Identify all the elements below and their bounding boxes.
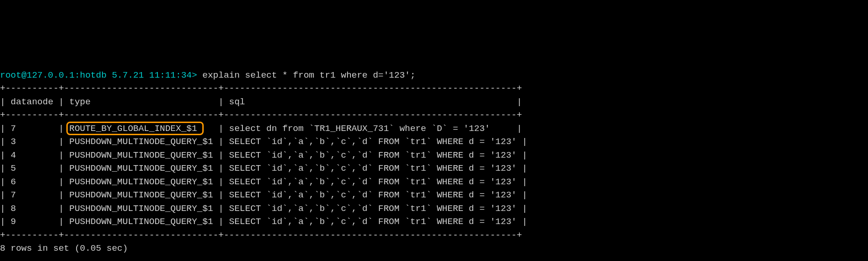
- table-row: | 6 | PUSHDOWN_MULTINODE_QUERY_$1 | SELE…: [0, 177, 527, 187]
- table-separator-mid: +----------+----------------------------…: [0, 110, 522, 120]
- prompt-user-host: root@127.0.0.1:hotdb 5.7.21 11:11:34>: [0, 70, 197, 80]
- table-row: | 7 | ROUTE_BY_GLOBAL_INDEX_$1 | select …: [0, 123, 522, 134]
- table-row: | 5 | PUSHDOWN_MULTINODE_QUERY_$1 | SELE…: [0, 163, 527, 174]
- header-datanode: datanode: [11, 97, 53, 107]
- highlight-box: [66, 122, 204, 135]
- table-row: | 3 | PUSHDOWN_MULTINODE_QUERY_$1 | SELE…: [0, 137, 527, 147]
- terminal-output: root@127.0.0.1:hotdb 5.7.21 11:11:34> ex…: [0, 53, 868, 257]
- table-separator-bot: +----------+----------------------------…: [0, 230, 522, 240]
- table-header-row: | datanode | type | sql |: [0, 97, 522, 107]
- prompt-command: explain select * from tr1 where d='123';: [197, 70, 415, 80]
- header-type: type: [69, 97, 91, 107]
- table-row: | 8 | PUSHDOWN_MULTINODE_QUERY_$1 | SELE…: [0, 203, 527, 214]
- table-separator-top: +----------+----------------------------…: [0, 83, 522, 94]
- table-row: | 9 | PUSHDOWN_MULTINODE_QUERY_$1 | SELE…: [0, 217, 527, 227]
- header-sql: sql: [229, 97, 245, 107]
- footer-line: 8 rows in set (0.05 sec): [0, 243, 128, 254]
- prompt-line: root@127.0.0.1:hotdb 5.7.21 11:11:34> ex…: [0, 70, 415, 80]
- type-cell-highlighted: ROUTE_BY_GLOBAL_INDEX_$1: [69, 123, 213, 134]
- table-body: | 7 | ROUTE_BY_GLOBAL_INDEX_$1 | select …: [0, 122, 868, 229]
- table-row: | 4 | PUSHDOWN_MULTINODE_QUERY_$1 | SELE…: [0, 150, 527, 160]
- table-row: | 7 | PUSHDOWN_MULTINODE_QUERY_$1 | SELE…: [0, 190, 527, 200]
